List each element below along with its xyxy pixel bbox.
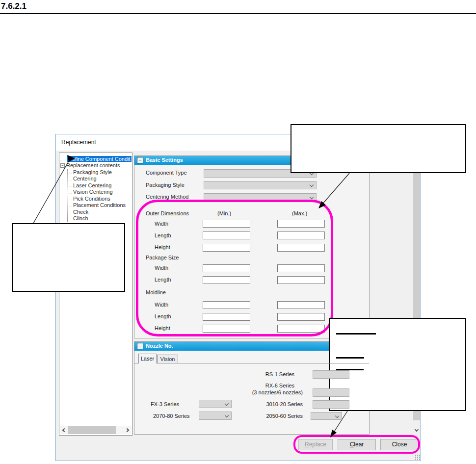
- redaction-line: [336, 357, 364, 359]
- tree-item-label: Check: [73, 209, 88, 215]
- basic-settings-section: − Basic Settings Component Type Packagin…: [134, 155, 370, 338]
- tree-connector: [68, 204, 72, 207]
- package-width-label: Width: [155, 265, 168, 271]
- tree-item-label: Laser Centering: [73, 182, 111, 188]
- max-column-header: (Max.): [292, 210, 307, 216]
- moldline-width-label: Width: [155, 302, 168, 308]
- tree-item-define-component-conditions[interactable]: Define Component Condit: [60, 155, 132, 162]
- moldline-length-max-input[interactable]: [277, 313, 325, 321]
- button-label: R: [305, 441, 309, 448]
- moldline-length-min-input[interactable]: [203, 313, 250, 321]
- moldline-length-label: Length: [155, 313, 171, 319]
- centering-method-dropdown[interactable]: [204, 193, 317, 202]
- scroll-down-button[interactable]: [413, 426, 421, 435]
- moldline-width-max-input[interactable]: [277, 301, 325, 309]
- button-label: Close: [392, 441, 407, 448]
- tree-connector: [68, 217, 72, 220]
- outer-dimensions-label: Outer Dimensions: [146, 210, 189, 216]
- s2050-series-dropdown[interactable]: [311, 412, 342, 420]
- callout-box-dimensions: [291, 124, 466, 173]
- outer-height-label: Height: [155, 244, 170, 250]
- tab-laser[interactable]: Laser: [138, 354, 157, 363]
- heading-rule: [0, 13, 476, 14]
- tree-item-pick-conditions[interactable]: Pick Conditions: [68, 195, 132, 202]
- outer-length-max-input[interactable]: [277, 232, 325, 239]
- tree-item-placement-conditions[interactable]: Placement Conditions: [68, 202, 132, 209]
- button-label: eplace: [309, 441, 326, 448]
- tree-item-clinch[interactable]: Clinch: [68, 215, 132, 222]
- replacement-dialog: Replacement Define Component Condit − Re…: [55, 134, 421, 461]
- tree-connector: [68, 210, 72, 213]
- moldline-label: Moldline: [146, 289, 166, 295]
- rx6-series-dropdown[interactable]: [313, 388, 349, 397]
- settings-tree: Define Component Condit − Replacement co…: [59, 153, 132, 436]
- tree-horizontal-scrollbar[interactable]: [60, 426, 132, 434]
- component-type-label: Component Type: [146, 170, 187, 176]
- chevron-left-icon: [62, 428, 66, 432]
- tree-connector: [68, 190, 72, 194]
- package-length-min-input[interactable]: [203, 276, 250, 284]
- moldline-width-min-input[interactable]: [203, 301, 250, 309]
- moldline-height-max-input[interactable]: [277, 325, 325, 333]
- outer-width-min-input[interactable]: [203, 220, 250, 228]
- package-length-max-input[interactable]: [277, 276, 325, 284]
- tree-item-label: Placement Conditions: [73, 202, 126, 208]
- packaging-style-dropdown[interactable]: [204, 181, 317, 189]
- tree-item-label: Clinch: [73, 215, 88, 221]
- section-title: Nozzle No.: [146, 343, 173, 349]
- outer-height-max-input[interactable]: [277, 244, 325, 252]
- collapse-section-button[interactable]: −: [137, 157, 143, 163]
- scrollbar-thumb[interactable]: [68, 426, 116, 434]
- moldline-height-label: Height: [155, 325, 170, 331]
- resize-grip[interactable]: [414, 454, 420, 460]
- tree-item-laser-centering[interactable]: Laser Centering: [68, 182, 132, 189]
- tree-connector: [68, 170, 72, 174]
- tree-item-vision-centering[interactable]: Vision Centering: [68, 189, 132, 196]
- close-button[interactable]: Close: [380, 439, 419, 450]
- chevron-right-icon: [125, 428, 129, 432]
- outer-width-label: Width: [155, 221, 168, 227]
- package-width-max-input[interactable]: [277, 264, 325, 272]
- section-title: Basic Settings: [146, 157, 183, 163]
- page: 7.6.2.1 Replacement Define Component Con…: [0, 0, 476, 464]
- centering-method-label: Centering Method: [146, 194, 188, 200]
- outer-width-max-input[interactable]: [277, 220, 325, 228]
- tree-item-packaging-style[interactable]: Packaging Style: [68, 169, 132, 176]
- scroll-right-button[interactable]: [124, 426, 132, 434]
- tree-item-replacement-contents[interactable]: − Replacement contents: [60, 162, 132, 169]
- scroll-left-button[interactable]: [60, 426, 68, 434]
- collapse-section-button[interactable]: −: [137, 343, 143, 349]
- package-width-min-input[interactable]: [203, 264, 250, 272]
- clear-button[interactable]: Clear: [338, 439, 376, 450]
- tree-connector: [68, 183, 72, 187]
- button-label: lear: [354, 441, 364, 448]
- tree-item-label: Define Component Condit: [67, 156, 132, 162]
- min-column-header: (Min.): [217, 210, 231, 216]
- tree-item-label: Packaging Style: [73, 169, 112, 175]
- s3010-series-dropdown[interactable]: [313, 400, 349, 409]
- callout-box-tree: [12, 223, 125, 292]
- package-length-label: Length: [155, 277, 171, 283]
- rs1-series-dropdown[interactable]: [313, 370, 349, 379]
- chevron-down-icon: [335, 414, 339, 418]
- tree-item-label: Pick Conditions: [73, 196, 110, 202]
- tree-item-centering[interactable]: Centering: [68, 176, 132, 182]
- tree-connector: [68, 177, 72, 180]
- collapse-minus-icon[interactable]: −: [60, 163, 65, 168]
- moldline-height-min-input[interactable]: [203, 325, 250, 333]
- tree-connector: [68, 197, 72, 200]
- tree-item-check[interactable]: Check: [68, 208, 132, 215]
- chevron-down-icon: [415, 428, 419, 432]
- package-size-label: Package Size: [146, 255, 179, 260]
- packaging-style-label: Packaging Style: [146, 182, 185, 188]
- tab-vision[interactable]: Vision: [157, 355, 178, 363]
- outer-length-min-input[interactable]: [203, 232, 250, 239]
- chevron-down-icon: [310, 183, 314, 187]
- section-number-heading: 7.6.2.1: [1, 1, 26, 11]
- outer-height-min-input[interactable]: [203, 244, 250, 252]
- outer-length-label: Length: [155, 232, 171, 238]
- tree-connector: [60, 157, 66, 160]
- replace-button[interactable]: Replace: [298, 439, 333, 450]
- chevron-down-icon: [310, 195, 314, 199]
- dialog-title: Replacement: [61, 139, 96, 146]
